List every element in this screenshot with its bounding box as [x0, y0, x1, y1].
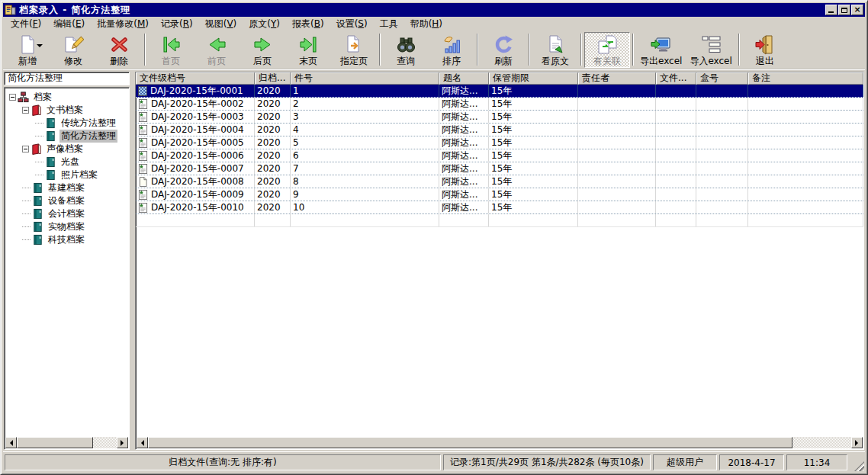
- toolbar-button-查询[interactable]: 查询: [383, 32, 429, 68]
- cell-year: 2020: [255, 149, 291, 162]
- toolbar-button-有关联[interactable]: 有关联: [584, 32, 630, 68]
- menu-item[interactable]: 视图(V): [199, 17, 243, 31]
- table-row[interactable]: DAJ-2020-15年-000420204阿斯达...15年: [136, 124, 863, 136]
- minimize-button[interactable]: [825, 5, 837, 15]
- column-header-author[interactable]: 责任者: [578, 72, 656, 85]
- cell-text: DAJ-2020-15年-0009: [151, 188, 244, 201]
- cell-file_no: DAJ-2020-15年-0006: [136, 149, 255, 162]
- tree-item-会计档案[interactable]: 会计档案: [6, 207, 128, 220]
- table-row[interactable]: DAJ-2020-15年-000320203阿斯达...15年: [136, 111, 863, 124]
- column-header-box_no[interactable]: 盒号: [696, 72, 748, 85]
- tree-item-声像档案[interactable]: 声像档案: [6, 143, 128, 156]
- table-body: DAJ-2020-15年-000120201阿斯达...15年DAJ-2020-…: [136, 85, 863, 449]
- table-row[interactable]: DAJ-2020-15年-000720207阿斯达...15年: [136, 162, 863, 175]
- table-row[interactable]: DAJ-2020-15年-000220202阿斯达...15年: [136, 98, 863, 111]
- refresh-icon: [493, 34, 514, 56]
- menu-item[interactable]: 帮助(H): [404, 17, 448, 31]
- toolbar-button-前页[interactable]: 前页: [194, 32, 240, 68]
- tree-scrollbar-thumb[interactable]: [17, 437, 93, 448]
- toolbar-button-新增[interactable]: 新增: [5, 32, 50, 68]
- tree-item-label: 设备档案: [47, 194, 86, 207]
- cell-box_no: [696, 201, 748, 213]
- menu-item[interactable]: 设置(S): [330, 17, 374, 31]
- tree-collapse-icon[interactable]: [9, 94, 16, 101]
- tree-collapse-icon[interactable]: [22, 107, 29, 114]
- tree-item-设备档案[interactable]: 设备档案: [6, 194, 128, 207]
- tree-item-文书档案[interactable]: 文书档案: [6, 104, 128, 117]
- column-header-file_no[interactable]: 文件级档号: [136, 72, 255, 85]
- cell-item_no: 5: [291, 136, 439, 149]
- tree-current-node-box[interactable]: 简化方法整理: [4, 72, 130, 85]
- cell-file_no: DAJ-2020-15年-0005: [136, 136, 255, 149]
- toolbar-button-删除[interactable]: 删除: [96, 32, 142, 68]
- toolbar-button-导出excel[interactable]: 导出excel: [636, 32, 686, 68]
- tree-item-科技档案[interactable]: 科技档案: [6, 233, 128, 246]
- scroll-left-icon[interactable]: [137, 437, 148, 448]
- tree-horizontal-scrollbar[interactable]: [5, 437, 128, 448]
- cell-title: 阿斯达...: [439, 162, 489, 175]
- resize-grip[interactable]: [854, 461, 864, 471]
- cell-file_info: [656, 98, 696, 110]
- toolbar-button-导入excel[interactable]: 导入excel: [686, 32, 735, 68]
- column-header-year[interactable]: 归档...: [255, 72, 291, 85]
- toolbar-button-label: 导入excel: [690, 56, 731, 66]
- table-row[interactable]: DAJ-2020-15年-0010202010阿斯达...15年: [136, 201, 863, 214]
- table-row[interactable]: DAJ-2020-15年-000920209阿斯达...15年: [136, 188, 863, 201]
- edit-page-icon: [63, 34, 84, 56]
- table-row[interactable]: DAJ-2020-15年-000120201阿斯达...15年: [136, 85, 863, 98]
- cell-year: 2020: [255, 111, 291, 123]
- menu-item[interactable]: 批量修改(M): [91, 17, 155, 31]
- scroll-left-icon[interactable]: [5, 437, 17, 448]
- menu-item[interactable]: 工具: [374, 17, 404, 31]
- scroll-right-icon[interactable]: [851, 437, 863, 448]
- tree-collapse-icon[interactable]: [22, 146, 29, 152]
- tree-item-档案[interactable]: 档案: [6, 91, 128, 104]
- cell-file_no: DAJ-2020-15年-0001: [136, 85, 255, 97]
- column-header-note[interactable]: 备注: [748, 72, 863, 85]
- scroll-right-icon[interactable]: [117, 437, 128, 448]
- column-header-file_info[interactable]: 文件...: [656, 72, 696, 85]
- book-red-icon: [31, 104, 42, 116]
- table-row[interactable]: DAJ-2020-15年-000820208阿斯达...15年: [136, 175, 863, 188]
- column-header-title[interactable]: 题名: [439, 72, 489, 85]
- toolbar-button-排序[interactable]: 排序: [429, 32, 474, 68]
- table-horizontal-scrollbar[interactable]: [137, 437, 863, 448]
- menu-item[interactable]: 原文(Y): [243, 17, 286, 31]
- toolbar-button-看原文[interactable]: 看原文: [532, 32, 578, 68]
- menu-item[interactable]: 记录(R): [155, 17, 199, 31]
- table-row[interactable]: DAJ-2020-15年-000520205阿斯达...15年: [136, 136, 863, 149]
- close-button[interactable]: ×: [851, 5, 863, 15]
- menu-item[interactable]: 文件(F): [5, 17, 47, 31]
- dropdown-arrow-icon[interactable]: [37, 44, 43, 50]
- cell-text: DAJ-2020-15年-0005: [151, 136, 244, 149]
- app-window: 档案录入 - 简化方法整理 × 文件(F)编辑(E)批量修改(M)记录(R)视图…: [0, 0, 868, 475]
- toolbar-button-指定页[interactable]: 指定页: [331, 32, 377, 68]
- toolbar-button-后页[interactable]: 后页: [240, 32, 285, 68]
- tree-connector: [22, 239, 31, 240]
- toolbar-button-首页[interactable]: 首页: [148, 32, 194, 68]
- toolbar-button-修改[interactable]: 修改: [50, 32, 96, 68]
- column-header-item_no[interactable]: 件号: [291, 72, 439, 85]
- panel-splitter[interactable]: [130, 72, 135, 450]
- toolbar-button-刷新[interactable]: 刷新: [481, 32, 526, 68]
- table-scrollbar-thumb[interactable]: [148, 437, 792, 448]
- cell-title: 阿斯达...: [439, 85, 489, 97]
- doc-attach-icon: [138, 151, 148, 161]
- cell-year: 2020: [255, 188, 291, 201]
- toolbar-button-末页[interactable]: 末页: [285, 32, 331, 68]
- tree-item-光盘[interactable]: 光盘: [6, 156, 128, 168]
- menu-item[interactable]: 报表(B): [286, 17, 330, 31]
- tree-item-实物档案[interactable]: 实物档案: [6, 220, 128, 233]
- tree-item-照片档案[interactable]: 照片档案: [6, 168, 128, 181]
- toolbar-button-退出[interactable]: 退出: [742, 32, 788, 68]
- column-header-retention[interactable]: 保管期限: [489, 72, 578, 85]
- maximize-button[interactable]: [838, 5, 850, 15]
- tree-item-简化方法整理[interactable]: 简化方法整理: [6, 130, 128, 143]
- cell-retention: 15年: [489, 85, 578, 97]
- table-row[interactable]: DAJ-2020-15年-000620206阿斯达...15年: [136, 149, 863, 162]
- tree-item-传统方法整理[interactable]: 传统方法整理: [6, 117, 128, 130]
- doc-attach-icon: [138, 164, 148, 174]
- cell-note: [748, 188, 863, 201]
- tree-item-基建档案[interactable]: 基建档案: [6, 181, 128, 194]
- menu-item[interactable]: 编辑(E): [47, 17, 91, 31]
